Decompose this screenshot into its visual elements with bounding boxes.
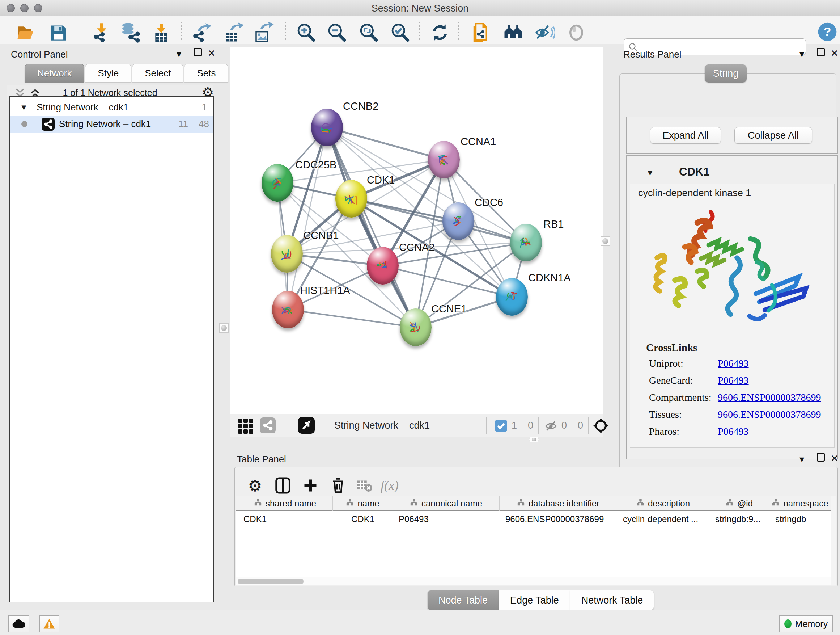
protein-thumbnail [448,211,469,231]
network-node-ccna2[interactable] [367,247,399,285]
network-collection-row[interactable]: ▼ String Network – cdk1 1 [10,99,213,116]
gray-sphere-icon[interactable] [565,21,587,44]
crosslink-label: Pharos: [649,426,679,437]
tab-network-table[interactable]: Network Table [570,590,654,610]
tab-string[interactable]: String [705,65,747,82]
right-splitter-handle[interactable] [600,236,610,246]
network-node-ccne1[interactable] [400,309,431,346]
results-panel-float-icon[interactable] [817,48,825,59]
grid-view-icon[interactable] [238,418,253,434]
column-header-shared-name[interactable]: shared name [238,496,333,511]
import-table-icon[interactable] [151,21,174,44]
cloud-button[interactable] [8,615,29,632]
import-network-database-icon[interactable] [119,21,142,44]
tab-edge-table[interactable]: Edge Table [499,590,570,610]
column-header-database-identifier[interactable]: database identifier [500,496,617,511]
formula-fx-icon[interactable]: f(x) [379,475,400,496]
table-vertical-scrollbar[interactable] [831,496,836,585]
zoom-out-icon[interactable] [325,21,348,44]
toolbar-separator [458,21,459,40]
table-horizontal-scrollbar[interactable] [235,577,831,585]
network-node-ccna1[interactable] [428,141,460,179]
crosslink-label: Tissues: [649,409,682,420]
column-header-description[interactable]: description [617,496,709,511]
control-panel-close-icon[interactable]: ✕ [208,48,216,59]
warning-button[interactable] [39,615,59,632]
crosslink-link[interactable]: P06493 [718,375,749,386]
bottom-splitter-handle[interactable] [529,437,539,442]
export-image-icon[interactable] [253,21,275,44]
network-node-cdk1[interactable] [335,180,367,218]
network-node-ccnb2[interactable] [311,109,343,146]
memory-button[interactable]: Memory [779,615,833,632]
zoom-fit-icon[interactable] [357,21,380,44]
column-hierarchy-icon [517,499,525,509]
add-column-icon[interactable] [300,475,321,496]
control-panel-float-icon[interactable] [194,48,202,59]
column-header-namespace[interactable]: namespace [769,496,831,511]
share-document-icon[interactable] [470,21,493,44]
refresh-layout-icon[interactable] [429,21,451,44]
network-canvas[interactable]: CCNB2CCNA1CDC25BCDK1CDC6RB1CCNB1CCNA2CDK… [230,47,603,414]
crosslink-link[interactable]: 9606.ENSP00000378699 [718,409,821,420]
selected-checkbox-icon[interactable] [495,420,507,432]
network-row-selected[interactable]: String Network – cdk1 11 48 [10,116,213,133]
hide-eye-icon[interactable] [534,21,556,44]
zoom-selected-icon[interactable] [389,21,411,44]
network-node-cdkn1a[interactable] [496,278,528,316]
open-session-icon[interactable] [14,21,37,44]
save-session-icon[interactable] [47,21,69,44]
control-panel-collapse-icon[interactable]: ▾ [177,49,181,60]
control-panel-tabs: NetworkStyleSelectSets [25,64,229,82]
protein-thumbnail [277,243,297,264]
collapse-all-button[interactable]: Collapse All [734,127,812,144]
column-header-name[interactable]: name [333,496,393,511]
import-network-file-icon[interactable] [90,21,113,44]
network-node-cdc25b[interactable] [262,164,294,202]
section-collapse-icon[interactable]: ▼ [646,168,654,178]
export-network-icon[interactable] [192,21,214,44]
tree-expand-icon[interactable]: ▼ [20,103,28,112]
expand-all-button[interactable]: Expand All [650,127,721,144]
tab-select[interactable]: Select [132,64,183,82]
table-cell: CDK1 [333,512,393,526]
tab-sets[interactable]: Sets [184,64,228,82]
birdseye-view-icon[interactable] [298,417,315,434]
zoom-in-icon[interactable] [295,21,317,44]
tab-network[interactable]: Network [25,64,84,82]
homes-icon[interactable] [502,21,524,44]
crosshair-icon[interactable] [592,417,609,435]
export-table-icon[interactable] [223,21,245,44]
tab-node-table[interactable]: Node Table [427,590,499,610]
network-node-ccnb1[interactable] [271,235,303,272]
show-columns-icon[interactable] [273,475,293,496]
column-header--id[interactable]: @id [709,496,769,511]
tab-style[interactable]: Style [85,64,131,82]
share-view-icon[interactable] [260,417,276,433]
left-splitter-handle[interactable] [219,323,229,333]
network-node-hist1h1a[interactable] [272,291,304,328]
column-header-canonical-name[interactable]: canonical name [393,496,500,511]
column-hierarchy-icon [410,499,418,509]
network-node-cdc6[interactable] [442,203,474,240]
hidden-eye-icon[interactable] [544,419,558,434]
node-label-cdc6: CDC6 [475,196,503,209]
crosslink-link[interactable]: P06493 [718,426,749,437]
table-panel-float-icon[interactable] [817,453,825,464]
protein-thumbnail [406,317,426,337]
results-panel-close-icon[interactable]: ✕ [831,48,838,59]
svg-text:?: ? [824,25,831,38]
delete-table-icon[interactable] [354,475,374,496]
network-node-rb1[interactable] [510,224,542,261]
table-panel-collapse-icon[interactable]: ▾ [799,454,804,465]
collection-count: 1 [191,102,207,113]
table-panel-close-icon[interactable]: ✕ [831,453,838,464]
results-panel-collapse-icon[interactable]: ▾ [799,49,804,60]
crosslink-link[interactable]: P06493 [718,358,749,369]
table-container: ⚙ f(x) shared namenamecanonical namedata… [234,467,838,586]
toolbar-separator [181,21,182,40]
crosslink-link[interactable]: 9606.ENSP00000378699 [718,392,821,403]
delete-column-icon[interactable] [328,475,348,496]
table-settings-gear-icon[interactable]: ⚙ [245,475,265,496]
help-icon[interactable]: ? [816,21,838,43]
